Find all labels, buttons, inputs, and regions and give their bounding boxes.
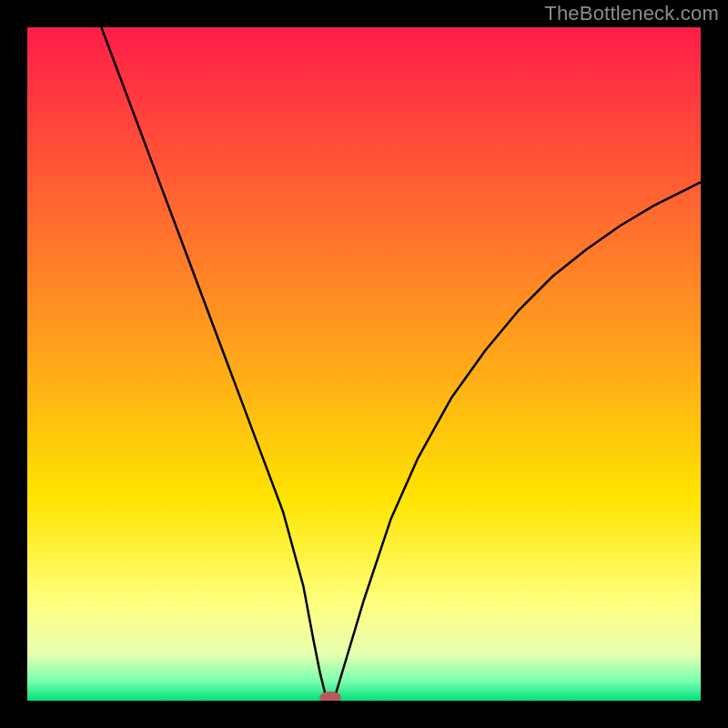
watermark-text: TheBottleneck.com <box>544 2 719 25</box>
bottleneck-chart <box>27 27 701 701</box>
outer-frame: TheBottleneck.com <box>0 0 728 728</box>
